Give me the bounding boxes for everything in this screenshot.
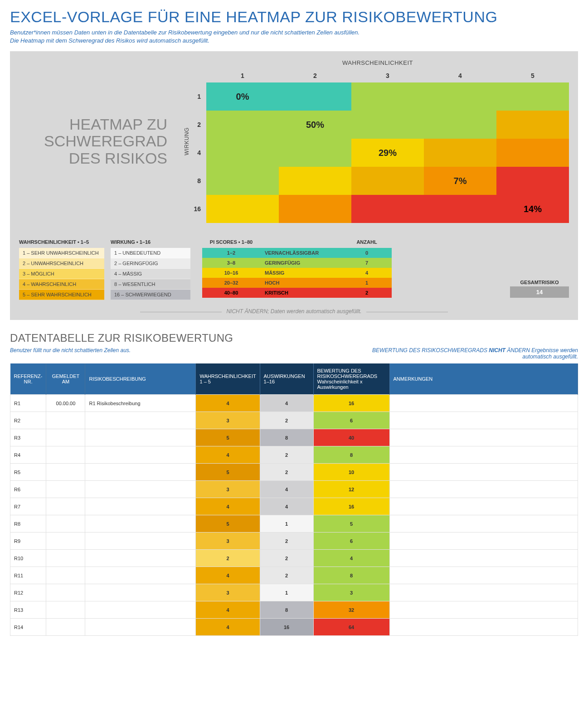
td-prob[interactable]: 4 <box>196 601 260 619</box>
td-date[interactable] <box>46 498 85 515</box>
td-prob[interactable]: 4 <box>196 498 260 515</box>
td-imp[interactable]: 2 <box>260 550 313 567</box>
td-ref[interactable]: R6 <box>10 481 46 498</box>
td-desc[interactable] <box>85 584 196 601</box>
td-imp[interactable]: 1 <box>260 584 313 601</box>
td-date[interactable] <box>46 481 85 498</box>
td-prob[interactable]: 3 <box>196 584 260 601</box>
td-imp[interactable]: 2 <box>260 464 313 481</box>
td-desc[interactable] <box>85 464 196 481</box>
td-imp[interactable]: 4 <box>260 481 313 498</box>
td-prob[interactable]: 3 <box>196 533 260 550</box>
td-desc[interactable] <box>85 481 196 498</box>
td-ref[interactable]: R1 <box>10 395 46 412</box>
td-desc[interactable] <box>85 550 196 567</box>
td-ref[interactable]: R2 <box>10 412 46 429</box>
legend-wirk-row: 1 – UNBEDEUTEND <box>111 248 190 258</box>
td-notes[interactable] <box>389 550 578 567</box>
td-notes[interactable] <box>389 481 578 498</box>
td-notes[interactable] <box>389 446 578 464</box>
hm-cell <box>351 82 424 111</box>
td-notes[interactable] <box>389 515 578 533</box>
td-date[interactable] <box>46 412 85 429</box>
table-row: R2326 <box>10 412 578 429</box>
td-desc[interactable] <box>85 601 196 619</box>
td-ref[interactable]: R4 <box>10 446 46 464</box>
td-notes[interactable] <box>389 429 578 446</box>
td-ref[interactable]: R8 <box>10 515 46 533</box>
td-date[interactable] <box>46 584 85 601</box>
td-desc[interactable] <box>85 498 196 515</box>
td-notes[interactable] <box>389 619 578 636</box>
td-prob[interactable]: 5 <box>196 464 260 481</box>
td-prob[interactable]: 5 <box>196 429 260 446</box>
td-imp[interactable]: 2 <box>260 446 313 464</box>
pi-count-row: 2 <box>342 288 392 298</box>
td-desc[interactable] <box>85 619 196 636</box>
td-date[interactable] <box>46 429 85 446</box>
legend-wirk-head: WIRKUNG • 1–16 <box>111 239 190 245</box>
td-imp[interactable]: 4 <box>260 498 313 515</box>
td-prob[interactable]: 4 <box>196 446 260 464</box>
td-prob[interactable]: 3 <box>196 481 260 498</box>
td-notes[interactable] <box>389 412 578 429</box>
hm-cell <box>279 82 351 111</box>
td-ref[interactable]: R3 <box>10 429 46 446</box>
td-imp[interactable]: 8 <box>260 601 313 619</box>
td-desc[interactable] <box>85 533 196 550</box>
legend-wirk-row: 4 – MÄSSIG <box>111 269 190 279</box>
td-imp[interactable]: 4 <box>260 395 313 412</box>
td-prob[interactable]: 4 <box>196 567 260 584</box>
td-date[interactable] <box>46 601 85 619</box>
td-imp[interactable]: 1 <box>260 515 313 533</box>
td-imp[interactable]: 8 <box>260 429 313 446</box>
td-notes[interactable] <box>389 498 578 515</box>
td-notes[interactable] <box>389 567 578 584</box>
td-ref[interactable]: R9 <box>10 533 46 550</box>
legend-wahr-row: 3 – MÖGLICH <box>19 269 104 279</box>
td-desc[interactable] <box>85 429 196 446</box>
td-notes[interactable] <box>389 533 578 550</box>
td-ref[interactable]: R12 <box>10 584 46 601</box>
td-desc[interactable] <box>85 446 196 464</box>
td-prob[interactable]: 4 <box>196 619 260 636</box>
td-imp[interactable]: 16 <box>260 619 313 636</box>
td-prob[interactable]: 2 <box>196 550 260 567</box>
td-ref[interactable]: R14 <box>10 619 46 636</box>
td-date[interactable] <box>46 446 85 464</box>
td-desc[interactable] <box>85 412 196 429</box>
td-desc[interactable] <box>85 567 196 584</box>
pi-count-row: 4 <box>342 268 392 278</box>
td-ref[interactable]: R10 <box>10 550 46 567</box>
td-desc[interactable] <box>85 515 196 533</box>
td-prob[interactable]: 5 <box>196 515 260 533</box>
table-row: R11428 <box>10 567 578 584</box>
td-imp[interactable]: 2 <box>260 412 313 429</box>
td-ref[interactable]: R7 <box>10 498 46 515</box>
td-imp[interactable]: 2 <box>260 533 313 550</box>
td-ref[interactable]: R11 <box>10 567 46 584</box>
td-prob[interactable]: 4 <box>196 395 260 412</box>
td-date[interactable] <box>46 619 85 636</box>
td-prob[interactable]: 3 <box>196 412 260 429</box>
td-desc[interactable]: R1 Risikobeschreibung <box>85 395 196 412</box>
td-score: 6 <box>313 533 389 550</box>
td-notes[interactable] <box>389 601 578 619</box>
table-row: R134832 <box>10 601 578 619</box>
table-row: R10224 <box>10 550 578 567</box>
td-notes[interactable] <box>389 464 578 481</box>
td-date[interactable] <box>46 550 85 567</box>
td-date[interactable] <box>46 515 85 533</box>
td-date[interactable] <box>46 567 85 584</box>
td-notes[interactable] <box>389 395 578 412</box>
td-date[interactable] <box>46 533 85 550</box>
hm-rowhead: 1 <box>186 82 206 111</box>
td-ref[interactable]: R13 <box>10 601 46 619</box>
td-date[interactable]: 00.00.00 <box>46 395 85 412</box>
hm-cell <box>496 167 569 195</box>
td-date[interactable] <box>46 464 85 481</box>
td-notes[interactable] <box>389 584 578 601</box>
td-imp[interactable]: 2 <box>260 567 313 584</box>
td-ref[interactable]: R5 <box>10 464 46 481</box>
hm-cell <box>206 167 279 195</box>
